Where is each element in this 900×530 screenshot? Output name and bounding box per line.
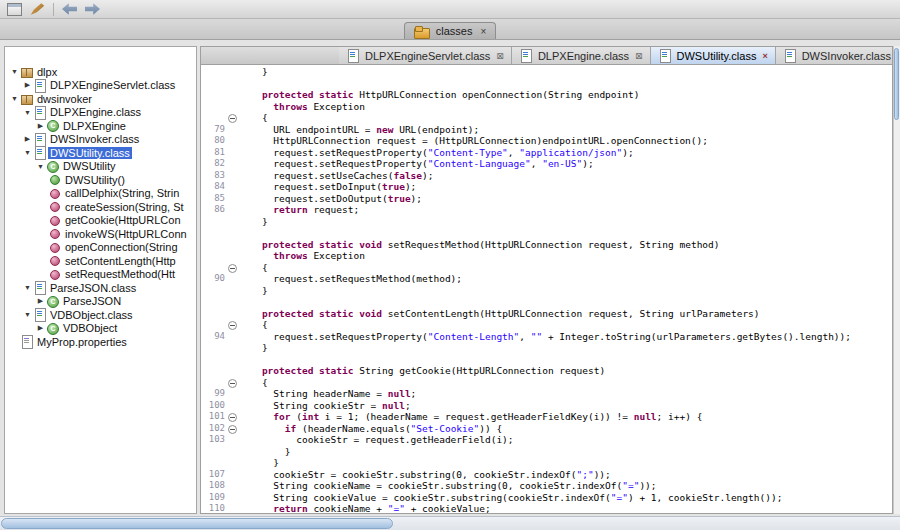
fold-marker-icon[interactable] xyxy=(227,319,239,331)
edit-icon[interactable] xyxy=(30,3,45,16)
expand-arrow-icon[interactable]: ▼ xyxy=(22,109,33,116)
line-number xyxy=(201,308,227,320)
tree-item[interactable]: ▼VDBObject.class xyxy=(5,308,196,322)
tree-item[interactable]: ▶DLPXEngine xyxy=(5,119,196,133)
tree-item[interactable]: ▼dlpx xyxy=(5,65,196,79)
code-lines: } protected static HttpURLConnection ope… xyxy=(201,66,892,514)
line-number: 109 xyxy=(201,492,227,504)
code-text: HttpURLConnection request = (HttpURLConn… xyxy=(239,135,708,147)
tree-item[interactable]: getCookie(HttpURLCon xyxy=(5,214,196,228)
console-icon[interactable] xyxy=(7,3,22,16)
toolbar-separator xyxy=(53,3,54,16)
editor-tab-label: DWSInvoker.class xyxy=(802,50,891,62)
close-icon[interactable]: × xyxy=(480,26,486,37)
line-number xyxy=(201,78,227,90)
back-icon[interactable] xyxy=(62,3,77,16)
constructor-icon xyxy=(48,173,61,186)
editor-tab[interactable]: DLPXEngineServlet.class⊠ xyxy=(339,47,512,64)
code-line: 90 request.setRequestMethod(method); xyxy=(201,273,892,285)
code-area[interactable]: } protected static HttpURLConnection ope… xyxy=(200,65,893,514)
code-text: } xyxy=(239,457,279,469)
horizontal-scrollbar-thumb[interactable] xyxy=(1,518,393,529)
classfile-icon xyxy=(519,49,532,62)
fold-marker-icon[interactable] xyxy=(227,423,239,435)
fold-gutter xyxy=(227,147,239,159)
fold-gutter xyxy=(227,457,239,469)
classes-tab[interactable]: classes × xyxy=(404,22,497,39)
close-icon[interactable]: × xyxy=(762,51,767,61)
tree-item[interactable]: DWSUtility() xyxy=(5,173,196,187)
fold-marker-icon[interactable] xyxy=(227,112,239,124)
tree-item-label: VDBObject.class xyxy=(48,309,135,321)
vertical-scrollbar-thumb[interactable] xyxy=(894,48,899,120)
tree-item[interactable]: ▶ParseJSON xyxy=(5,295,196,309)
line-number: 82 xyxy=(201,158,227,170)
fold-marker-icon[interactable] xyxy=(227,411,239,423)
expand-arrow-icon[interactable]: ▶ xyxy=(22,135,33,143)
editor-tab[interactable]: DWSUtility.class× xyxy=(651,47,776,64)
line-number: 86 xyxy=(201,204,227,216)
close-icon[interactable]: ⊠ xyxy=(635,51,643,61)
line-number xyxy=(201,319,227,331)
tree-item[interactable]: callDelphix(String, Strin xyxy=(5,187,196,201)
fold-gutter xyxy=(227,492,239,504)
tree-item[interactable]: ▼DWSUtility xyxy=(5,160,196,174)
expand-arrow-icon[interactable]: ▶ xyxy=(35,324,46,332)
fold-gutter xyxy=(227,354,239,366)
tree-item[interactable]: setRequestMethod(Htt xyxy=(5,268,196,282)
code-text: protected static HttpURLConnection openC… xyxy=(239,89,639,101)
expand-arrow-icon[interactable]: ▼ xyxy=(9,68,20,75)
classfile-icon xyxy=(33,106,46,119)
tree-item[interactable]: ▶DLPXEngineServlet.class xyxy=(5,79,196,93)
tree-item[interactable]: openConnection(String xyxy=(5,241,196,255)
code-line: protected static void setRequestMethod(H… xyxy=(201,239,892,251)
code-text: request.setRequestProperty("Content-Leng… xyxy=(239,331,851,343)
expand-arrow-icon[interactable]: ▼ xyxy=(9,95,20,102)
line-number xyxy=(201,342,227,354)
window-tab-strip: classes × xyxy=(0,19,900,40)
tree-item[interactable]: createSession(String, St xyxy=(5,200,196,214)
code-text: protected static String getCookie(HttpUR… xyxy=(239,365,605,377)
close-icon[interactable]: ⊠ xyxy=(496,51,504,61)
tree-item[interactable]: ▼ParseJSON.class xyxy=(5,281,196,295)
fold-gutter xyxy=(227,446,239,458)
tree-item[interactable]: ▶DWSInvoker.class xyxy=(5,133,196,147)
expand-arrow-icon[interactable]: ▼ xyxy=(22,311,33,318)
editor-tab[interactable]: DLPXEngine.class⊠ xyxy=(512,47,651,64)
fold-marker-icon[interactable] xyxy=(227,262,239,274)
line-number: 100 xyxy=(201,400,227,412)
tree-item[interactable]: setContentLength(Http xyxy=(5,254,196,268)
tree-item[interactable]: invokeWS(HttpURLConn xyxy=(5,227,196,241)
code-line: { xyxy=(201,112,892,124)
tree-item[interactable]: ▼dwsinvoker xyxy=(5,92,196,106)
tree-item-label: setContentLength(Http xyxy=(63,255,178,267)
expand-arrow-icon[interactable]: ▼ xyxy=(22,284,33,291)
tree-item-label: DLPXEngine xyxy=(61,120,128,132)
vertical-scrollbar[interactable] xyxy=(893,46,900,514)
code-line: } xyxy=(201,285,892,297)
tree-item[interactable]: ▼DLPXEngine.class xyxy=(5,106,196,120)
line-number xyxy=(201,365,227,377)
fold-gutter xyxy=(227,216,239,228)
expand-arrow-icon[interactable]: ▶ xyxy=(35,297,46,305)
code-text: } xyxy=(239,446,290,458)
code-text: request.setDoOutput(true); xyxy=(239,193,422,205)
folder-icon xyxy=(414,25,429,38)
forward-icon[interactable] xyxy=(85,3,100,16)
fold-marker-icon[interactable] xyxy=(227,377,239,389)
line-number: 80 xyxy=(201,135,227,147)
expand-arrow-icon[interactable]: ▼ xyxy=(22,149,33,156)
classes-tab-label: classes xyxy=(436,25,473,37)
fold-gutter xyxy=(227,193,239,205)
expand-arrow-icon[interactable]: ▶ xyxy=(35,122,46,130)
classfile-icon xyxy=(658,49,671,62)
line-number: 94 xyxy=(201,331,227,343)
tree-item[interactable]: ▶VDBObject xyxy=(5,322,196,336)
editor-tab[interactable]: DWSInvoker.class⊠ xyxy=(776,47,893,64)
tree-item[interactable]: ▼DWSUtility.class xyxy=(5,146,196,160)
tree-item[interactable]: MyProp.properties xyxy=(5,335,196,349)
horizontal-scrollbar[interactable] xyxy=(0,516,900,530)
expand-arrow-icon[interactable]: ▼ xyxy=(35,163,46,170)
expand-arrow-icon[interactable]: ▶ xyxy=(22,81,33,89)
package-icon xyxy=(20,65,33,78)
